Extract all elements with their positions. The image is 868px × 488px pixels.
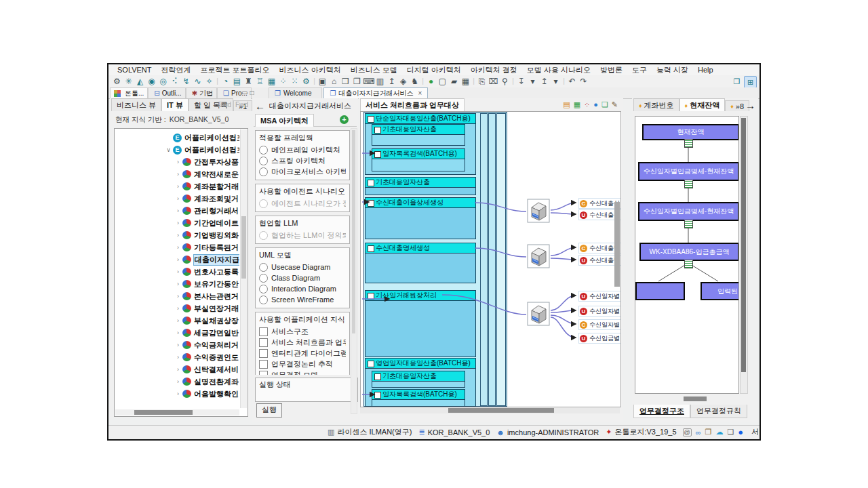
sphere-icon[interactable]: ●: [425, 76, 437, 87]
menu-item[interactable]: 능력 시장: [652, 65, 693, 75]
machine-icon[interactable]: ♞: [409, 76, 420, 87]
menu-item[interactable]: Help: [693, 66, 718, 74]
legend-icon[interactable]: ▤: [563, 100, 570, 109]
search-icon[interactable]: ⚲: [499, 76, 511, 87]
option-control[interactable]: [259, 274, 268, 283]
option-row[interactable]: 서비스구조: [259, 326, 346, 337]
io-badge[interactable]: U 수신입금별: [578, 333, 621, 344]
option-control[interactable]: [259, 263, 268, 272]
menu-item[interactable]: 전략연계: [157, 65, 196, 75]
explorer-tab[interactable]: IT 뷰: [161, 98, 189, 111]
chevron-icon[interactable]: ›: [174, 317, 182, 324]
target-icon[interactable]: ◎: [157, 76, 169, 87]
chevron-icon[interactable]: ›: [174, 342, 182, 348]
minimize-icon[interactable]: ▭: [241, 89, 248, 96]
separator[interactable]: |: [215, 76, 220, 87]
chevron-icon[interactable]: ›: [174, 305, 182, 312]
option-control[interactable]: [259, 146, 268, 155]
compass-icon[interactable]: ✧: [203, 76, 215, 87]
tree-item[interactable]: › 본사는관련거: [115, 290, 239, 302]
shapes-icon[interactable]: ◈: [397, 76, 409, 87]
tree-item[interactable]: › 기간업데이트: [115, 217, 239, 229]
link-icon[interactable]: ∞: [696, 428, 701, 436]
cloud-icon[interactable]: ☁: [715, 428, 723, 436]
chevron-icon[interactable]: ›: [174, 256, 182, 263]
checkin-down-icon[interactable]: ↧: [515, 76, 527, 87]
chevron-icon[interactable]: ›: [174, 195, 182, 202]
server-icon[interactable]: [528, 302, 549, 325]
tree-item[interactable]: › 어음발행확인: [115, 388, 239, 400]
chevron-icon[interactable]: ›: [174, 378, 182, 385]
settings-gear-icon[interactable]: ⚙: [111, 76, 123, 87]
chevron-icon[interactable]: ›: [174, 366, 182, 373]
book-icon[interactable]: ❐: [705, 428, 712, 436]
option-control[interactable]: [259, 231, 268, 240]
pattern-icon[interactable]: ⁙: [289, 76, 300, 87]
spiral-icon[interactable]: ◉: [146, 76, 157, 87]
flow-box-e[interactable]: 기산일거래원장처리: [365, 290, 476, 357]
io-badge[interactable]: U 수신일자별: [578, 306, 621, 317]
option-row[interactable]: Interaction Diagram: [259, 283, 346, 294]
trash-icon[interactable]: ⌧: [488, 76, 499, 87]
msa-tab[interactable]: MSA 아키텍처: [255, 114, 314, 127]
option-control[interactable]: [259, 296, 268, 304]
tree-item[interactable]: › 부실채권상장: [115, 314, 239, 327]
flow-box-d[interactable]: 수신대출명세생성: [365, 243, 476, 283]
tree-item[interactable]: › 번호사고등록: [115, 266, 239, 278]
table-icon[interactable]: ▦: [574, 100, 580, 109]
tree-item[interactable]: E 어플리케이션컴포: [115, 131, 239, 144]
tree-vertical-scrollbar[interactable]: [240, 129, 247, 408]
globe-icon[interactable]: ●: [593, 100, 598, 109]
decision-box-wk-total[interactable]: WK-XDBAA86-입금총금액: [639, 243, 739, 261]
decision-vertical-scrollbar[interactable]: [740, 116, 748, 394]
decision-box-current-balance[interactable]: 현재잔액: [642, 124, 739, 140]
menu-item[interactable]: 프로젝트 포트폴리오: [196, 65, 275, 75]
menu-item[interactable]: 모델 사용 시나리오: [522, 65, 595, 75]
tree-item[interactable]: › 수익금처리거: [115, 339, 239, 351]
option-control[interactable]: [259, 360, 268, 369]
option-row[interactable]: Usecase Diagram: [259, 262, 346, 272]
separator[interactable]: |: [561, 76, 566, 87]
msa-scrollbar[interactable]: [351, 128, 357, 414]
option-row[interactable]: 메인프레임 아키텍처: [259, 144, 346, 155]
separator[interactable]: |: [420, 76, 425, 87]
tree-item[interactable]: › 신탁결제서비: [115, 363, 239, 375]
tree-item[interactable]: › 간접투자상품: [115, 156, 239, 168]
decision-tab[interactable]: ♦ 현재잔액: [679, 98, 726, 111]
snowflake-icon[interactable]: ✳: [123, 76, 134, 87]
back-nav[interactable]: Bwd: [218, 101, 231, 108]
export-view-icon[interactable]: ❏: [601, 100, 608, 109]
paint-icon[interactable]: ✎: [612, 100, 618, 109]
flow-tab[interactable]: 서비스 처리흐름과 업무대상: [360, 98, 465, 111]
audit-icon[interactable]: ♖: [254, 76, 266, 87]
chevron-icon[interactable]: ›: [174, 293, 182, 300]
current-perspective-icon[interactable]: ⊞: [744, 76, 757, 88]
decision-tab[interactable]: ♦ 계좌번호: [633, 98, 679, 111]
tree-item[interactable]: › 기타등록된거: [115, 241, 239, 253]
forward-nav[interactable]: Fwd: [235, 101, 248, 108]
connector-node[interactable]: [684, 220, 693, 228]
bolt-icon[interactable]: ↯: [180, 76, 192, 87]
option-control[interactable]: [259, 338, 268, 347]
option-row[interactable]: Class Diagram: [259, 272, 346, 283]
tree-item[interactable]: › 기업뱅킹외화: [115, 229, 239, 241]
separator[interactable]: |: [471, 76, 476, 87]
decision-box-deposit-detail-1[interactable]: 수신일자별입금명세-현재잔액: [638, 162, 739, 181]
flow-box-f2[interactable]: 일자목록검색(BATCH용): [372, 389, 465, 407]
flow-box-c[interactable]: 수신대출이율상세생성: [365, 197, 476, 239]
palette-icon[interactable]: ⁘: [584, 100, 590, 109]
option-control[interactable]: [259, 285, 268, 293]
menu-item[interactable]: 아키텍처 결정: [466, 65, 522, 75]
dropdown-caret-icon[interactable]: ▾: [527, 76, 538, 87]
run-button[interactable]: 실행: [256, 403, 282, 418]
chevron-icon[interactable]: ›: [174, 268, 182, 275]
menu-item[interactable]: 비즈니스 아키텍처: [275, 65, 346, 75]
decision-box-left-leaf[interactable]: [635, 282, 685, 300]
pie-chart-icon[interactable]: ◔: [220, 76, 231, 87]
menu-item[interactable]: 디지털 아키텍처: [402, 65, 466, 75]
flow-box-f1[interactable]: 기초대응일자산출: [372, 371, 465, 388]
decision-bottom-tab[interactable]: 업무결정규칙: [690, 405, 747, 418]
grid-icon[interactable]: ⁘: [277, 76, 289, 87]
decision-horizontal-scrollbar[interactable]: [684, 396, 707, 401]
export-icon[interactable]: ↥: [386, 76, 397, 87]
